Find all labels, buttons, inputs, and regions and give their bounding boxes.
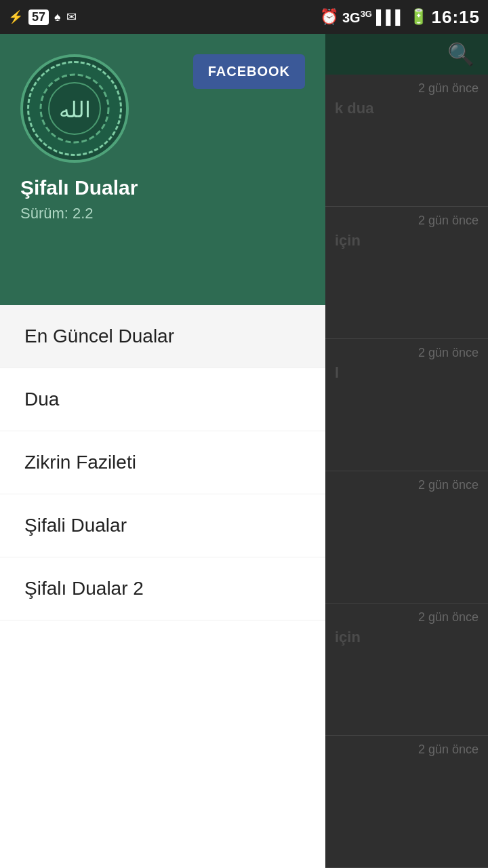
- usb-icon: ⚡: [8, 9, 23, 24]
- drawer-overlay[interactable]: [325, 34, 488, 868]
- menu-item-sifali[interactable]: Şifali Dualar: [0, 494, 325, 557]
- menu-item-dua-label: Dua: [24, 389, 59, 410]
- navigation-drawer: الله FACEBOOK Şifalı Dualar Sürüm: 2.2 E…: [0, 34, 325, 868]
- alarm-icon: ⏰: [320, 8, 338, 26]
- signal-icon: ▌▌▌: [376, 9, 405, 25]
- menu-item-en-guncel[interactable]: En Güncel Dualar: [0, 305, 325, 368]
- status-bar: ⚡ 57 ♠ ✉ ⏰ 3G3G ▌▌▌ 🔋 16:15: [0, 0, 488, 34]
- menu-item-en-guncel-label: En Güncel Dualar: [24, 326, 174, 347]
- facebook-button[interactable]: FACEBOOK: [193, 54, 305, 89]
- messenger-icon: ✉: [66, 9, 77, 24]
- menu-item-sifali-label: Şifali Dualar: [24, 515, 127, 536]
- menu-item-dua[interactable]: Dua: [0, 368, 325, 431]
- alien-icon: ♠: [54, 10, 61, 24]
- drawer-menu: En Güncel Dualar Dua Zikrin Fazileti Şif…: [0, 305, 325, 868]
- app-version-label: Sürüm: 2.2: [20, 205, 94, 222]
- menu-item-zikrin[interactable]: Zikrin Fazileti: [0, 431, 325, 494]
- svg-text:الله: الله: [59, 98, 91, 122]
- network-type: 3G3G: [342, 9, 372, 26]
- menu-item-zikrin-label: Zikrin Fazileti: [24, 452, 136, 473]
- app-logo: الله: [20, 54, 129, 163]
- logo-symbol: الله: [27, 61, 122, 156]
- menu-item-sifali2[interactable]: Şifalı Dualar 2: [0, 557, 325, 620]
- menu-item-sifali2-label: Şifalı Dualar 2: [24, 578, 144, 599]
- clock: 16:15: [432, 7, 481, 28]
- status-right-info: ⏰ 3G3G ▌▌▌ 🔋 16:15: [320, 7, 480, 28]
- status-left-icons: ⚡ 57 ♠ ✉: [8, 9, 77, 25]
- drawer-header: الله FACEBOOK Şifalı Dualar Sürüm: 2.2: [0, 34, 325, 305]
- app-name-label: Şifalı Dualar: [20, 176, 138, 199]
- battery-icon: 🔋: [409, 8, 428, 26]
- notification-badge: 57: [28, 9, 49, 25]
